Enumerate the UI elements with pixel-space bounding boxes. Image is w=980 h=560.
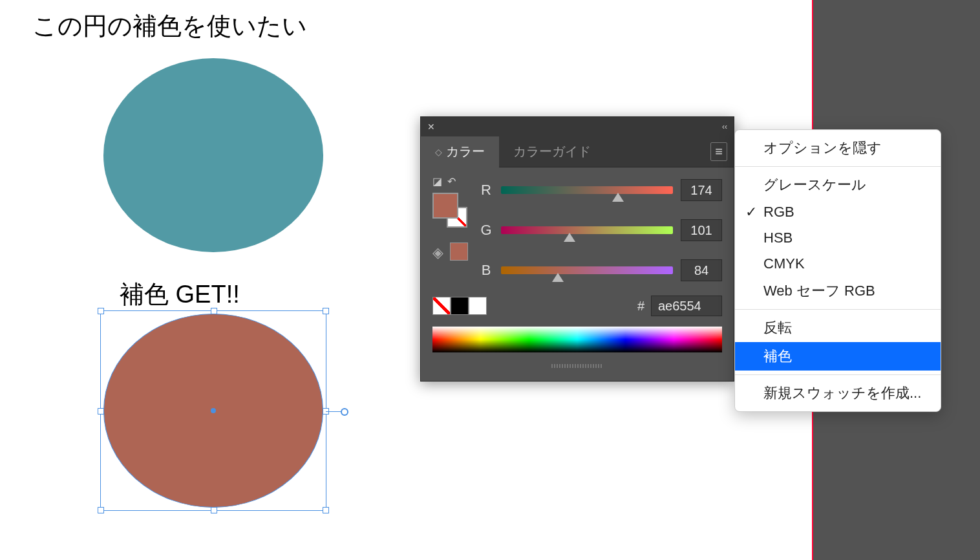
handle-bot-left[interactable] (98, 507, 104, 513)
panel-menu-icon[interactable]: ≡ (710, 142, 727, 161)
cube-icon[interactable]: ◈ (432, 244, 443, 261)
handle-top-left[interactable] (98, 308, 104, 314)
handle-top-right[interactable] (323, 308, 329, 314)
rotate-handle[interactable] (341, 408, 348, 416)
slider-thumb-r[interactable] (612, 193, 624, 202)
selection-center (211, 408, 216, 413)
hex-input[interactable]: ae6554 (651, 296, 722, 316)
value-r[interactable]: 174 (681, 179, 722, 201)
menu-separator (735, 309, 941, 310)
quick-swatches (432, 297, 487, 315)
slider-thumb-g[interactable] (564, 233, 575, 242)
swap-fill-stroke-icon[interactable]: ◪ (432, 175, 442, 188)
updown-icon: ◇ (435, 147, 442, 157)
caption-got-complement: 補色 GET!! (120, 278, 240, 311)
value-g[interactable]: 101 (681, 219, 722, 241)
handle-bot-right[interactable] (323, 507, 329, 513)
menu-complement[interactable]: 補色 (735, 342, 941, 371)
slider-g[interactable] (501, 226, 673, 234)
slider-b[interactable] (501, 266, 673, 274)
caption-want-complement: この円の補色を使いたい (32, 10, 307, 43)
rotate-line (326, 411, 342, 412)
menu-invert[interactable]: 反転 (735, 314, 941, 342)
color-panel[interactable]: ✕ ‹‹ ◇ カラー カラーガイド ≡ ◪ ↶ ◈ (420, 116, 734, 382)
fill-stroke-area: ◪ ↶ ◈ (432, 175, 470, 261)
handle-bot-mid[interactable] (211, 507, 217, 513)
slider-r[interactable] (501, 186, 673, 194)
tab-color[interactable]: ◇ カラー (421, 136, 499, 167)
handle-mid-left[interactable] (98, 408, 104, 415)
panel-context-menu: オプションを隠す グレースケール RGB HSB CMYK Web セーフ RG… (734, 129, 941, 412)
menu-separator (735, 374, 941, 375)
slider-row-b: B 84 (479, 259, 722, 281)
fill-swatch[interactable] (432, 193, 458, 219)
menu-grayscale[interactable]: グレースケール (735, 171, 941, 199)
panel-resize-grip[interactable] (421, 361, 734, 371)
value-b[interactable]: 84 (681, 259, 722, 281)
hex-row: # ae6554 (432, 296, 722, 316)
selection-bounding-box (100, 310, 326, 511)
color-spectrum[interactable] (432, 327, 722, 352)
rgb-sliders: R 174 G 101 B (479, 179, 722, 281)
menu-web-safe-rgb[interactable]: Web セーフ RGB (735, 277, 941, 305)
menu-hsb[interactable]: HSB (735, 225, 941, 251)
slider-row-r: R 174 (479, 179, 722, 201)
tab-color-label: カラー (446, 143, 485, 160)
swatch-none[interactable] (432, 297, 451, 315)
circle-complement-selection[interactable] (100, 310, 326, 517)
tab-guide-label: カラーガイド (513, 143, 591, 160)
panel-titlebar[interactable]: ✕ ‹‹ (421, 117, 734, 136)
slider-thumb-b[interactable] (552, 273, 564, 282)
handle-top-mid[interactable] (211, 308, 217, 314)
hex-hash-label: # (637, 299, 644, 314)
circle-original[interactable] (103, 58, 323, 252)
label-r: R (479, 182, 493, 199)
current-color-swatch (450, 242, 468, 261)
menu-new-swatch[interactable]: 新規スウォッチを作成... (735, 379, 941, 407)
close-icon[interactable]: ✕ (427, 122, 435, 132)
panel-tabs: ◇ カラー カラーガイド ≡ (421, 136, 734, 167)
tab-color-guide[interactable]: カラーガイド (499, 136, 605, 167)
panel-body: ◪ ↶ ◈ R 174 (421, 167, 734, 361)
swatch-white[interactable] (469, 297, 487, 315)
menu-cmyk[interactable]: CMYK (735, 251, 941, 277)
menu-hide-options[interactable]: オプションを隠す (735, 134, 941, 162)
menu-separator (735, 166, 941, 167)
default-fill-stroke-icon[interactable]: ↶ (447, 175, 456, 188)
fill-stroke-swatches[interactable] (432, 193, 467, 228)
label-b: B (479, 262, 493, 279)
menu-rgb[interactable]: RGB (735, 199, 941, 225)
collapse-icon[interactable]: ‹‹ (722, 122, 727, 131)
swatch-black[interactable] (451, 297, 469, 315)
slider-row-g: G 101 (479, 219, 722, 241)
label-g: G (479, 222, 493, 239)
